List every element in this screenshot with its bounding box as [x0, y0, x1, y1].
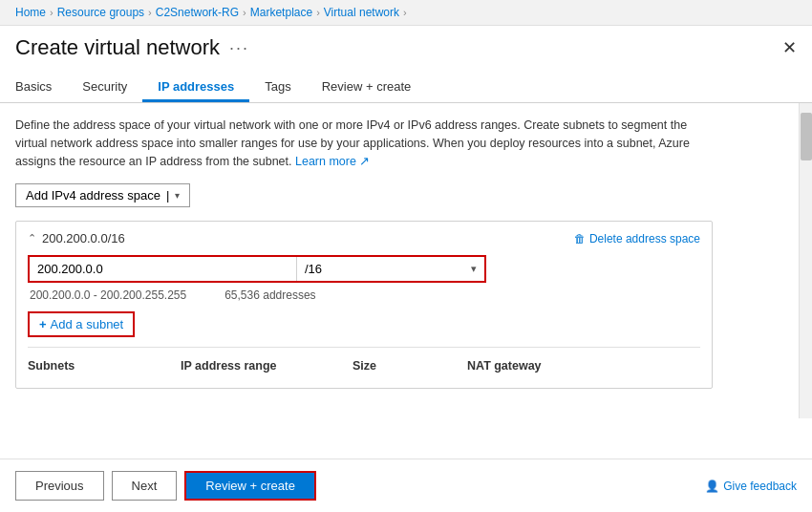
scrollbar[interactable] [799, 103, 812, 418]
footer-nav-buttons: Previous Next Review + create [15, 471, 316, 501]
tab-ip-addresses[interactable]: IP addresses [142, 74, 249, 102]
add-ipv4-button[interactable]: Add IPv4 address space | ▾ [15, 183, 190, 207]
breadcrumb-resource-groups[interactable]: Resource groups [57, 6, 144, 19]
scroll-thumb [801, 113, 812, 160]
address-space-block: ⌃ 200.200.0.0/16 🗑 Delete address space … [15, 221, 713, 389]
subnets-table-header: Subnets IP address range Size NAT gatewa… [28, 347, 700, 376]
add-ipv4-label: Add IPv4 address space [26, 188, 160, 203]
previous-button[interactable]: Previous [15, 471, 104, 501]
address-space-header: ⌃ 200.200.0.0/16 🗑 Delete address space [28, 231, 700, 245]
address-space-title: ⌃ 200.200.0.0/16 [28, 231, 125, 245]
tabs-bar: Basics Security IP addresses Tags Review… [0, 64, 812, 103]
breadcrumb-vnet[interactable]: Virtual network [324, 6, 399, 19]
give-feedback-link[interactable]: 👤 Give feedback [705, 480, 797, 493]
pipe-separator: | [166, 188, 169, 203]
breadcrumb-sep-2: › [148, 7, 152, 18]
nat-gateway-col-header: NAT gateway [467, 359, 700, 373]
page-header: Create virtual network ··· ✕ [0, 26, 812, 60]
breadcrumb-home[interactable]: Home [15, 6, 46, 19]
add-subnet-button[interactable]: + Add a subnet [28, 311, 135, 337]
learn-more-link[interactable]: Learn more ↗ [295, 155, 370, 168]
description-text: Define the address space of your virtual… [15, 117, 703, 170]
breadcrumb-sep-5: › [403, 7, 407, 18]
tab-review-create[interactable]: Review + create [307, 74, 427, 102]
breadcrumb: Home › Resource groups › C2Snetwork-RG ›… [0, 0, 812, 26]
size-col-header: Size [353, 359, 467, 373]
delete-icon: 🗑 [574, 232, 586, 245]
breadcrumb-sep-1: › [50, 7, 53, 18]
next-button[interactable]: Next [112, 471, 178, 501]
tab-basics[interactable]: Basics [15, 74, 67, 102]
footer: Previous Next Review + create 👤 Give fee… [0, 459, 812, 512]
chevron-down-icon: ▾ [175, 190, 180, 201]
breadcrumb-sep-3: › [243, 7, 246, 18]
ip-input-row: /8 /9 /10 /11 /12 /13 /14 /15 /16 /17 /1… [28, 255, 486, 283]
page-title: Create virtual network [15, 35, 220, 60]
breadcrumb-sep-4: › [316, 7, 320, 18]
breadcrumb-rg[interactable]: C2Snetwork-RG [156, 6, 239, 19]
ip-address-input[interactable] [30, 257, 297, 281]
ip-range-info: 200.200.0.0 - 200.200.255.255 65,536 add… [28, 288, 700, 302]
address-count: 65,536 addresses [224, 288, 315, 302]
delete-address-space-link[interactable]: 🗑 Delete address space [574, 232, 700, 245]
close-button[interactable]: ✕ [782, 37, 797, 58]
cidr-suffix-select[interactable]: /8 /9 /10 /11 /12 /13 /14 /15 /16 /17 /1… [297, 257, 484, 281]
tab-security[interactable]: Security [67, 74, 142, 102]
address-space-cidr: 200.200.0.0/16 [42, 231, 125, 245]
ip-range-col-header: IP address range [181, 359, 353, 373]
feedback-icon: 👤 [705, 480, 719, 493]
tab-tags[interactable]: Tags [249, 74, 306, 102]
cidr-select-wrapper: /8 /9 /10 /11 /12 /13 /14 /15 /16 /17 /1… [297, 257, 484, 281]
review-create-button[interactable]: Review + create [184, 471, 316, 501]
ip-range-text: 200.200.0.0 - 200.200.255.255 [30, 288, 186, 302]
plus-icon: + [39, 317, 47, 331]
more-options-button[interactable]: ··· [229, 38, 249, 58]
collapse-icon[interactable]: ⌃ [28, 232, 36, 245]
main-content: Define the address space of your virtual… [0, 103, 812, 418]
breadcrumb-marketplace[interactable]: Marketplace [250, 6, 312, 19]
subnets-col-header: Subnets [28, 359, 181, 373]
